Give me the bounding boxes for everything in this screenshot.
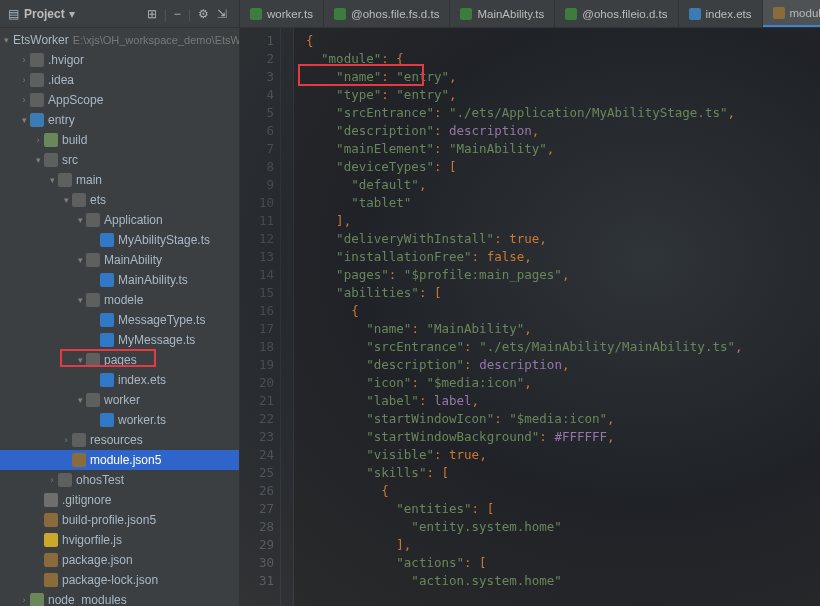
tree-node-hvigorfile-js[interactable]: hvigorfile.js	[0, 530, 239, 550]
code-line-24[interactable]: "visible": true,	[306, 446, 820, 464]
tree-node-main[interactable]: ▾main	[0, 170, 239, 190]
panel-settings-icon[interactable]: ⚙	[194, 7, 213, 21]
expand-arrow-icon[interactable]: ▾	[4, 35, 9, 45]
fold-bar[interactable]	[280, 28, 294, 606]
tree-node-mainability[interactable]: ▾MainAbility	[0, 250, 239, 270]
editor-area[interactable]: 1234567891011121314151617181920212223242…	[240, 28, 820, 606]
code-line-15[interactable]: "abilities": [	[306, 284, 820, 302]
editor-tab-4[interactable]: index.ets	[679, 0, 763, 27]
tree-node-appscope[interactable]: ›AppScope	[0, 90, 239, 110]
expand-arrow-icon[interactable]: ▾	[74, 215, 86, 225]
code-line-13[interactable]: "installationFree": false,	[306, 248, 820, 266]
code-line-26[interactable]: {	[306, 482, 820, 500]
expand-arrow-icon[interactable]: ▾	[74, 395, 86, 405]
editor-tab-1[interactable]: @ohos.file.fs.d.ts	[324, 0, 450, 27]
expand-arrow-icon[interactable]: ▾	[74, 355, 86, 365]
tree-node--gitignore[interactable]: .gitignore	[0, 490, 239, 510]
tree-label: build-profile.json5	[62, 513, 156, 527]
line-number: 19	[240, 356, 274, 374]
editor-tab-5[interactable]: module.json5	[763, 0, 820, 27]
code-line-10[interactable]: "tablet"	[306, 194, 820, 212]
expand-arrow-icon[interactable]: ›	[46, 475, 58, 485]
tree-node-application[interactable]: ▾Application	[0, 210, 239, 230]
project-tree[interactable]: ▾EtsWorkerE:\xjs\OH_workspace_demo\EtsWo…	[0, 28, 239, 606]
project-panel-header: ▤ Project ▾ ⊞ | − | ⚙ ⇲	[0, 0, 239, 28]
code-line-11[interactable]: ],	[306, 212, 820, 230]
editor-tab-0[interactable]: worker.ts	[240, 0, 324, 27]
code-line-29[interactable]: ],	[306, 536, 820, 554]
code-line-2[interactable]: "module": {	[306, 50, 820, 68]
code-line-7[interactable]: "mainElement": "MainAbility",	[306, 140, 820, 158]
line-number: 18	[240, 338, 274, 356]
code-line-28[interactable]: "entity.system.home"	[306, 518, 820, 536]
tree-node-module-json5[interactable]: module.json5	[0, 450, 239, 470]
code-line-14[interactable]: "pages": "$profile:main_pages",	[306, 266, 820, 284]
code-editor[interactable]: { "module": { "name": "entry", "type": "…	[294, 28, 820, 606]
tree-node-worker[interactable]: ▾worker	[0, 390, 239, 410]
code-line-17[interactable]: "name": "MainAbility",	[306, 320, 820, 338]
tree-node-pages[interactable]: ▾pages	[0, 350, 239, 370]
tree-node-messagetype-ts[interactable]: MessageType.ts	[0, 310, 239, 330]
tree-node-build[interactable]: ›build	[0, 130, 239, 150]
project-dropdown-icon[interactable]: ▾	[65, 7, 79, 21]
code-line-3[interactable]: "name": "entry",	[306, 68, 820, 86]
expand-arrow-icon[interactable]: ▾	[18, 115, 30, 125]
tree-node-package-lock-json[interactable]: package-lock.json	[0, 570, 239, 590]
hide-panel-icon[interactable]: ⇲	[213, 7, 231, 21]
expand-arrow-icon[interactable]: ▾	[60, 195, 72, 205]
tree-node-etsworker[interactable]: ▾EtsWorkerE:\xjs\OH_workspace_demo\EtsWo…	[0, 30, 239, 50]
tree-node-node-modules[interactable]: ›node_modules	[0, 590, 239, 606]
tree-node-package-json[interactable]: package.json	[0, 550, 239, 570]
expand-arrow-icon[interactable]: ›	[18, 75, 30, 85]
expand-arrow-icon[interactable]: ▾	[74, 255, 86, 265]
code-line-31[interactable]: "action.system.home"	[306, 572, 820, 590]
code-line-30[interactable]: "actions": [	[306, 554, 820, 572]
code-line-8[interactable]: "deviceTypes": [	[306, 158, 820, 176]
folder-icon	[86, 393, 100, 407]
code-line-18[interactable]: "srcEntrance": "./ets/MainAbility/MainAb…	[306, 338, 820, 356]
expand-arrow-icon[interactable]: ›	[18, 95, 30, 105]
tree-node-ohostest[interactable]: ›ohosTest	[0, 470, 239, 490]
code-line-21[interactable]: "label": label,	[306, 392, 820, 410]
code-line-23[interactable]: "startWindowBackground": #FFFFFF,	[306, 428, 820, 446]
editor-tab-3[interactable]: @ohos.fileio.d.ts	[555, 0, 678, 27]
expand-arrow-icon[interactable]: ▾	[46, 175, 58, 185]
code-line-22[interactable]: "startWindowIcon": "$media:icon",	[306, 410, 820, 428]
folder-icon	[58, 473, 72, 487]
tree-node-resources[interactable]: ›resources	[0, 430, 239, 450]
expand-arrow-icon[interactable]: ›	[32, 135, 44, 145]
tree-node-src[interactable]: ▾src	[0, 150, 239, 170]
code-line-20[interactable]: "icon": "$media:icon",	[306, 374, 820, 392]
tree-node-mainability-ts[interactable]: MainAbility.ts	[0, 270, 239, 290]
expand-arrow-icon[interactable]: ›	[18, 595, 30, 605]
code-line-6[interactable]: "description": description,	[306, 122, 820, 140]
code-line-9[interactable]: "default",	[306, 176, 820, 194]
folder-icon	[30, 73, 44, 87]
tree-node--hvigor[interactable]: ›.hvigor	[0, 50, 239, 70]
expand-arrow-icon[interactable]: ›	[60, 435, 72, 445]
code-line-27[interactable]: "entities": [	[306, 500, 820, 518]
code-line-16[interactable]: {	[306, 302, 820, 320]
code-line-12[interactable]: "deliveryWithInstall": true,	[306, 230, 820, 248]
code-line-19[interactable]: "description": description,	[306, 356, 820, 374]
tree-node-build-profile-json5[interactable]: build-profile.json5	[0, 510, 239, 530]
code-line-5[interactable]: "srcEntrance": "./ets/Application/MyAbil…	[306, 104, 820, 122]
code-line-4[interactable]: "type": "entry",	[306, 86, 820, 104]
code-line-25[interactable]: "skills": [	[306, 464, 820, 482]
expand-arrow-icon[interactable]: ›	[18, 55, 30, 65]
expand-arrow-icon[interactable]: ▾	[74, 295, 86, 305]
tree-node-index-ets[interactable]: index.ets	[0, 370, 239, 390]
tree-node-modele[interactable]: ▾modele	[0, 290, 239, 310]
tree-node-ets[interactable]: ▾ets	[0, 190, 239, 210]
collapse-all-icon[interactable]: −	[170, 7, 185, 21]
select-opened-icon[interactable]: ⊞	[143, 7, 161, 21]
editor-tab-2[interactable]: MainAbility.ts	[450, 0, 555, 27]
tree-node-worker-ts[interactable]: worker.ts	[0, 410, 239, 430]
tree-node-entry[interactable]: ▾entry	[0, 110, 239, 130]
expand-arrow-icon[interactable]: ▾	[32, 155, 44, 165]
file-icon	[565, 8, 577, 20]
code-line-1[interactable]: {	[306, 32, 820, 50]
tree-node-myabilitystage-ts[interactable]: MyAbilityStage.ts	[0, 230, 239, 250]
tree-node-mymessage-ts[interactable]: MyMessage.ts	[0, 330, 239, 350]
tree-node--idea[interactable]: ›.idea	[0, 70, 239, 90]
